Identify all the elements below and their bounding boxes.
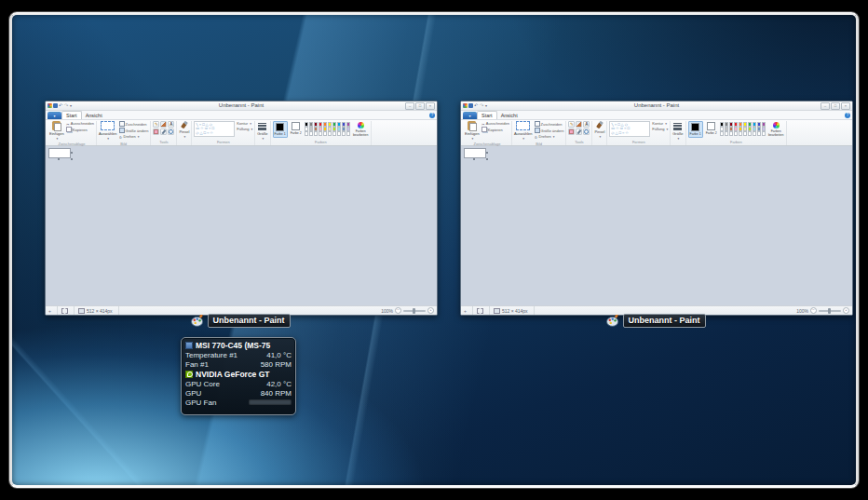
- palette-color[interactable]: [762, 127, 766, 131]
- brushes-button[interactable]: Pinsel: [594, 121, 604, 139]
- palette-color[interactable]: [342, 127, 346, 131]
- crop-button[interactable]: Zuschneiden: [119, 121, 149, 127]
- palette-color[interactable]: [729, 131, 734, 136]
- palette-color[interactable]: [743, 131, 748, 136]
- file-menu-button[interactable]: [47, 112, 61, 119]
- rotate-button[interactable]: Drehen: [535, 134, 564, 139]
- palette-color[interactable]: [323, 127, 328, 131]
- cut-button[interactable]: Ausschneiden: [66, 121, 94, 126]
- palette-color[interactable]: [346, 122, 351, 127]
- text-tool-icon[interactable]: [168, 121, 174, 128]
- crop-button[interactable]: Zuschneiden: [535, 121, 564, 127]
- help-icon[interactable]: [845, 113, 850, 118]
- resize-button[interactable]: Größe ändern: [535, 128, 564, 133]
- magnifier-tool-icon[interactable]: [168, 128, 174, 135]
- stroke-size-button[interactable]: Größe: [257, 121, 267, 141]
- fill-style-button[interactable]: Füllung: [237, 127, 252, 131]
- palette-color[interactable]: [346, 131, 351, 136]
- color-picker-tool-icon[interactable]: [160, 128, 167, 135]
- copy-button[interactable]: Kopieren: [481, 127, 509, 132]
- pencil-tool-icon[interactable]: [153, 121, 159, 128]
- palette-color[interactable]: [346, 127, 351, 131]
- help-icon[interactable]: [429, 113, 435, 118]
- preview-label-row-2[interactable]: Unbenannt - Paint: [460, 314, 851, 328]
- palette-color[interactable]: [309, 127, 314, 131]
- color-picker-tool-icon[interactable]: [576, 128, 582, 135]
- paint-workspace[interactable]: [461, 146, 852, 305]
- tab-ansicht[interactable]: Ansicht: [497, 112, 522, 119]
- palette-color[interactable]: [729, 122, 734, 127]
- edit-colors-button[interactable]: Farben bearbeiten: [767, 121, 784, 137]
- palette-color[interactable]: [762, 131, 766, 136]
- palette-color[interactable]: [309, 122, 314, 127]
- color1-button[interactable]: Farbe 1: [273, 121, 288, 138]
- palette-color[interactable]: [748, 131, 753, 136]
- color2-button[interactable]: Farbe 2: [705, 121, 718, 136]
- tab-start[interactable]: Start: [61, 111, 82, 119]
- minimize-button[interactable]: [821, 102, 830, 110]
- palette-color[interactable]: [309, 131, 314, 136]
- canvas-resize-handle[interactable]: [486, 152, 488, 154]
- palette-color[interactable]: [337, 127, 342, 131]
- palette-color[interactable]: [314, 122, 319, 127]
- cut-button[interactable]: Ausschneiden: [481, 121, 509, 126]
- zoom-slider-thumb[interactable]: [413, 308, 415, 314]
- palette-color[interactable]: [314, 127, 319, 131]
- text-tool-icon[interactable]: [583, 121, 590, 128]
- save-icon[interactable]: [468, 103, 473, 108]
- palette-color[interactable]: [734, 131, 739, 136]
- palette-color[interactable]: [337, 131, 342, 136]
- palette-color[interactable]: [757, 122, 762, 127]
- fill-tool-icon[interactable]: [576, 121, 582, 128]
- paint-window-preview-2[interactable]: ▾ Unbenannt - Paint Start Ansicht Einfüg…: [460, 101, 853, 316]
- palette-color[interactable]: [332, 122, 337, 127]
- close-button[interactable]: [841, 102, 850, 110]
- palette-color[interactable]: [323, 131, 328, 136]
- file-menu-button[interactable]: [463, 112, 477, 119]
- palette-color[interactable]: [753, 122, 757, 127]
- outline-button[interactable]: Kontur: [652, 121, 668, 126]
- color1-button[interactable]: Farbe 1: [688, 121, 703, 138]
- palette-color[interactable]: [720, 131, 725, 136]
- palette-color[interactable]: [757, 127, 762, 131]
- palette-color[interactable]: [720, 122, 725, 127]
- fill-style-button[interactable]: Füllung: [652, 127, 668, 131]
- palette-color[interactable]: [328, 122, 332, 127]
- palette-color[interactable]: [743, 127, 748, 131]
- rotate-button[interactable]: Drehen: [119, 134, 149, 139]
- palette-color[interactable]: [725, 127, 729, 131]
- paint-canvas[interactable]: [464, 148, 486, 158]
- undo-icon[interactable]: [59, 103, 63, 108]
- palette-color[interactable]: [328, 127, 332, 131]
- palette-color[interactable]: [332, 127, 337, 131]
- palette-color[interactable]: [725, 122, 729, 127]
- paste-button[interactable]: Einfügen: [465, 121, 480, 141]
- palette-color[interactable]: [729, 127, 734, 131]
- palette-color[interactable]: [743, 122, 748, 127]
- zoom-out-button[interactable]: −: [395, 307, 401, 314]
- tab-start[interactable]: Start: [477, 111, 497, 119]
- palette-color[interactable]: [748, 127, 753, 131]
- shapes-gallery[interactable]: [609, 121, 650, 137]
- palette-color[interactable]: [762, 122, 766, 127]
- palette-color[interactable]: [734, 122, 739, 127]
- customize-toolbar-icon[interactable]: ▾: [70, 103, 75, 108]
- palette-color[interactable]: [305, 122, 309, 127]
- redo-icon[interactable]: [64, 103, 69, 108]
- palette-color[interactable]: [305, 131, 309, 136]
- paste-button[interactable]: Einfügen: [49, 121, 64, 141]
- palette-color[interactable]: [305, 127, 309, 131]
- outline-button[interactable]: Kontur: [237, 121, 252, 126]
- redo-icon[interactable]: [480, 103, 484, 108]
- palette-color[interactable]: [739, 131, 743, 136]
- palette-color[interactable]: [734, 127, 739, 131]
- palette-color[interactable]: [332, 131, 337, 136]
- eraser-tool-icon[interactable]: [153, 128, 159, 135]
- resize-button[interactable]: Größe ändern: [119, 128, 149, 133]
- preview-label-row-1[interactable]: Unbenannt - Paint: [45, 314, 436, 328]
- undo-icon[interactable]: [474, 103, 479, 108]
- taskbar-preview-label[interactable]: Unbenannt - Paint: [623, 314, 706, 328]
- magnifier-tool-icon[interactable]: [583, 128, 590, 135]
- palette-color[interactable]: [739, 127, 743, 131]
- palette-color[interactable]: [739, 122, 743, 127]
